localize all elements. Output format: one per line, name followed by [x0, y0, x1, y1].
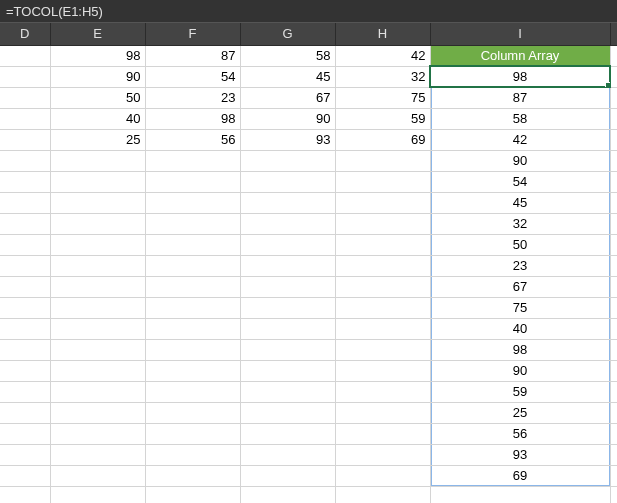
- cell[interactable]: [240, 234, 335, 255]
- cell[interactable]: 75: [335, 87, 430, 108]
- cell[interactable]: [240, 360, 335, 381]
- cell[interactable]: [145, 255, 240, 276]
- cell[interactable]: [610, 129, 617, 150]
- cell[interactable]: 42: [335, 45, 430, 66]
- spill-cell[interactable]: 93: [430, 444, 610, 465]
- cell[interactable]: [610, 45, 617, 66]
- cell[interactable]: [0, 318, 50, 339]
- cell[interactable]: [0, 171, 50, 192]
- cell[interactable]: [145, 339, 240, 360]
- cell[interactable]: 45: [240, 66, 335, 87]
- cell[interactable]: [610, 486, 617, 503]
- cell[interactable]: [335, 444, 430, 465]
- cell[interactable]: [610, 213, 617, 234]
- cell[interactable]: [0, 255, 50, 276]
- cell[interactable]: [240, 276, 335, 297]
- cell[interactable]: [50, 465, 145, 486]
- cell[interactable]: [240, 423, 335, 444]
- cell[interactable]: 67: [240, 87, 335, 108]
- cell[interactable]: [610, 150, 617, 171]
- cell[interactable]: [335, 402, 430, 423]
- cell[interactable]: [610, 87, 617, 108]
- cell[interactable]: [50, 486, 145, 503]
- cell[interactable]: [145, 486, 240, 503]
- cell[interactable]: [0, 360, 50, 381]
- cell[interactable]: [610, 255, 617, 276]
- cell[interactable]: [50, 171, 145, 192]
- cell[interactable]: [50, 276, 145, 297]
- cell[interactable]: 87: [145, 45, 240, 66]
- cell[interactable]: [335, 213, 430, 234]
- cell[interactable]: [145, 465, 240, 486]
- cell[interactable]: [145, 381, 240, 402]
- cell[interactable]: [610, 297, 617, 318]
- cell[interactable]: [50, 318, 145, 339]
- cell[interactable]: [0, 234, 50, 255]
- cell[interactable]: [610, 381, 617, 402]
- spreadsheet-grid[interactable]: D E F G H I 98875842Column Array90544532…: [0, 23, 617, 503]
- cell[interactable]: [240, 402, 335, 423]
- col-header-H[interactable]: H: [335, 23, 430, 45]
- column-array-header[interactable]: Column Array: [430, 45, 610, 66]
- cell[interactable]: [240, 486, 335, 503]
- cell[interactable]: [50, 150, 145, 171]
- spill-cell[interactable]: 87: [430, 87, 610, 108]
- cell[interactable]: 90: [50, 66, 145, 87]
- cell[interactable]: [145, 360, 240, 381]
- cell[interactable]: [610, 171, 617, 192]
- col-header-F[interactable]: F: [145, 23, 240, 45]
- cell[interactable]: [240, 255, 335, 276]
- spill-cell[interactable]: 50: [430, 234, 610, 255]
- cell[interactable]: [335, 255, 430, 276]
- cell[interactable]: [50, 402, 145, 423]
- cell[interactable]: 93: [240, 129, 335, 150]
- cell[interactable]: [0, 150, 50, 171]
- cell[interactable]: [50, 381, 145, 402]
- cell[interactable]: [0, 402, 50, 423]
- selected-cell[interactable]: 98: [430, 66, 610, 87]
- cell[interactable]: [50, 444, 145, 465]
- cell[interactable]: [610, 465, 617, 486]
- cell[interactable]: 25: [50, 129, 145, 150]
- spill-cell[interactable]: 90: [430, 360, 610, 381]
- cell[interactable]: [145, 213, 240, 234]
- cell[interactable]: [610, 192, 617, 213]
- spill-cell[interactable]: 59: [430, 381, 610, 402]
- cell[interactable]: 98: [50, 45, 145, 66]
- cell[interactable]: 58: [240, 45, 335, 66]
- cell[interactable]: [610, 276, 617, 297]
- cell[interactable]: 32: [335, 66, 430, 87]
- cell[interactable]: [335, 486, 430, 503]
- spill-cell[interactable]: 25: [430, 402, 610, 423]
- cell[interactable]: [0, 276, 50, 297]
- cell[interactable]: [145, 297, 240, 318]
- cell[interactable]: [0, 213, 50, 234]
- cell[interactable]: [0, 192, 50, 213]
- spill-cell[interactable]: 45: [430, 192, 610, 213]
- col-header-blank[interactable]: [610, 23, 617, 45]
- cell[interactable]: [145, 402, 240, 423]
- cell[interactable]: [0, 66, 50, 87]
- cell[interactable]: [145, 318, 240, 339]
- spill-cell[interactable]: 23: [430, 255, 610, 276]
- col-header-D[interactable]: D: [0, 23, 50, 45]
- cell[interactable]: [145, 192, 240, 213]
- spill-cell[interactable]: 75: [430, 297, 610, 318]
- cell[interactable]: [610, 234, 617, 255]
- spill-cell[interactable]: 98: [430, 339, 610, 360]
- cell[interactable]: [335, 192, 430, 213]
- cell[interactable]: [50, 255, 145, 276]
- cell[interactable]: [610, 66, 617, 87]
- cell[interactable]: [50, 213, 145, 234]
- cell[interactable]: [240, 381, 335, 402]
- cell[interactable]: [335, 297, 430, 318]
- cell[interactable]: [610, 318, 617, 339]
- cell[interactable]: [610, 423, 617, 444]
- cell[interactable]: [335, 381, 430, 402]
- cell[interactable]: 90: [240, 108, 335, 129]
- cell[interactable]: [240, 465, 335, 486]
- cell[interactable]: 23: [145, 87, 240, 108]
- cell[interactable]: [145, 423, 240, 444]
- cell[interactable]: [145, 234, 240, 255]
- cell[interactable]: [610, 444, 617, 465]
